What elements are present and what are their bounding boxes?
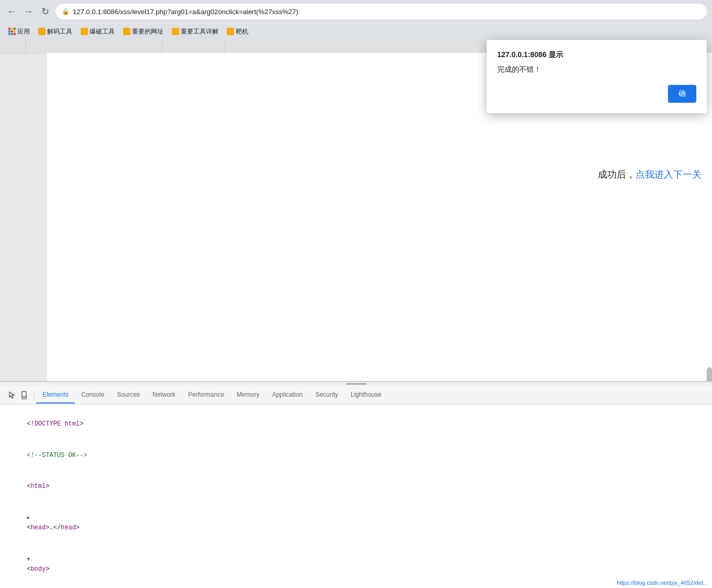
tab-application-label: Application — [272, 391, 303, 398]
bookmark-label-1: 解码工具 — [47, 27, 72, 36]
tab-memory[interactable]: Memory — [231, 387, 266, 404]
devtools-icon-group — [2, 390, 34, 400]
devtools-tabs-bar: Elements Console Sources Network Perform… — [0, 386, 712, 405]
browser-toolbar: ← → ↻ 🔒 127.0.0.1:8086/xss/level17.php?a… — [0, 0, 712, 23]
expand-head-arrow: ► — [27, 515, 30, 521]
footer-link[interactable]: https://blog.csdn.net/pjx_4652/det... — [617, 580, 708, 586]
reload-button[interactable]: ↻ — [39, 5, 51, 18]
alert-dialog-message: 完成的不错！ — [497, 65, 696, 74]
success-label: 成功后， — [598, 169, 636, 180]
tab-console[interactable]: Console — [75, 387, 111, 404]
tab-network[interactable]: Network — [146, 387, 182, 404]
footer-link-text: https://blog.csdn.net/pjx_4652/det... — [617, 580, 708, 586]
svg-rect-8 — [14, 33, 16, 35]
bookmark-label-2: 爆破工具 — [90, 27, 115, 36]
browser-chrome: ← → ↻ 🔒 127.0.0.1:8086/xss/level17.php?a… — [0, 0, 712, 40]
code-head-collapsed[interactable]: ► <head>…</head> — [0, 503, 712, 544]
bookmark-apps[interactable]: 应用 — [5, 26, 33, 37]
tab-elements-label: Elements — [42, 391, 69, 398]
page-area: 127.0.0.1:8086 显示 完成的不错！ 确 欢迎来到level17 成… — [0, 40, 712, 386]
svg-rect-1 — [11, 28, 13, 30]
devtools-panel: Elements Console Sources Network Perform… — [0, 381, 712, 588]
bookmark-target[interactable]: 靶机 — [224, 26, 251, 37]
bookmark-brute[interactable]: 爆破工具 — [78, 26, 118, 37]
svg-rect-0 — [8, 28, 10, 30]
comment-status-ok: <!--STATUS OK--> — [27, 452, 87, 459]
svg-rect-2 — [14, 28, 16, 30]
folder-icon-3 — [123, 28, 130, 35]
doctype-bracket: <! — [27, 420, 34, 428]
tab-sources[interactable]: Sources — [111, 387, 146, 404]
alert-dialog-title: 127.0.0.1:8086 显示 — [497, 50, 696, 60]
bookmark-label-4: 重要工具详解 — [181, 27, 218, 36]
svg-rect-6 — [8, 33, 10, 35]
forward-button[interactable]: → — [22, 5, 35, 18]
back-button[interactable]: ← — [5, 5, 18, 18]
bookmark-decode[interactable]: 解码工具 — [35, 26, 75, 37]
bookmark-sites[interactable]: 重要的网址 — [120, 26, 167, 37]
tab-console-label: Console — [81, 391, 104, 398]
handle-bar — [346, 383, 367, 385]
next-level-link[interactable]: 点我进入下一关 — [636, 169, 702, 180]
svg-point-11 — [24, 397, 25, 398]
apps-grid-icon — [8, 28, 16, 35]
bookmark-tools-detail[interactable]: 重要工具详解 — [169, 26, 222, 37]
tab-lighthouse-label: Lighthouse — [350, 391, 381, 398]
address-text: 127.0.0.1:8086/xss/level17.php?arg01=a&a… — [73, 8, 298, 16]
bookmark-label-3: 重要的网址 — [132, 27, 163, 36]
tab-security[interactable]: Security — [309, 387, 344, 404]
svg-rect-4 — [11, 30, 13, 32]
page-success-text: 成功后，点我进入下一关 — [598, 168, 702, 181]
apps-label: 应用 — [17, 27, 30, 36]
doctype-tag: DOCTYPE html — [35, 420, 80, 428]
alert-dialog: 127.0.0.1:8086 显示 完成的不错！ 确 — [487, 40, 707, 113]
mobile-device-icon[interactable] — [19, 390, 29, 400]
tab-network-label: Network — [152, 391, 176, 398]
folder-icon-5 — [227, 28, 234, 35]
code-body-open[interactable]: ▼ <body> — [0, 543, 712, 585]
lock-icon: 🔒 — [62, 8, 70, 15]
tab-sources-label: Sources — [117, 391, 140, 398]
tab-application[interactable]: Application — [266, 387, 309, 404]
svg-rect-5 — [14, 30, 16, 32]
tab-performance[interactable]: Performance — [182, 387, 231, 404]
code-doctype[interactable]: <!DOCTYPE html> — [0, 409, 712, 440]
devtools-resize-handle[interactable] — [0, 382, 712, 386]
code-comment-status[interactable]: <!--STATUS OK--> — [0, 440, 712, 472]
tab-memory-label: Memory — [237, 391, 259, 398]
bookmark-label-5: 靶机 — [236, 27, 248, 36]
bookmarks-bar: 应用 解码工具 爆破工具 重要的网址 重要工具详解 靶机 — [0, 23, 712, 40]
code-h1[interactable]: <h1 align="center" >欢迎来到level17</h1> — [0, 585, 712, 588]
tab-performance-label: Performance — [188, 391, 224, 398]
tab-security-label: Security — [315, 391, 338, 398]
inspect-cursor-icon[interactable] — [6, 390, 17, 400]
svg-rect-7 — [11, 33, 13, 35]
svg-rect-3 — [8, 30, 10, 32]
alert-confirm-button[interactable]: 确 — [668, 85, 696, 103]
folder-icon-1 — [38, 28, 46, 35]
expand-body-arrow: ▼ — [27, 557, 30, 562]
tab-lighthouse[interactable]: Lighthouse — [344, 387, 388, 404]
address-bar[interactable]: 🔒 127.0.0.1:8086/xss/level17.php?arg01=a… — [56, 4, 707, 19]
tab-elements[interactable]: Elements — [36, 387, 75, 404]
devtools-elements-content: <!DOCTYPE html> <!--STATUS OK--> <html> … — [0, 405, 712, 588]
folder-icon-2 — [81, 28, 88, 35]
code-html-open[interactable]: <html> — [0, 471, 712, 503]
folder-icon-4 — [172, 28, 179, 35]
